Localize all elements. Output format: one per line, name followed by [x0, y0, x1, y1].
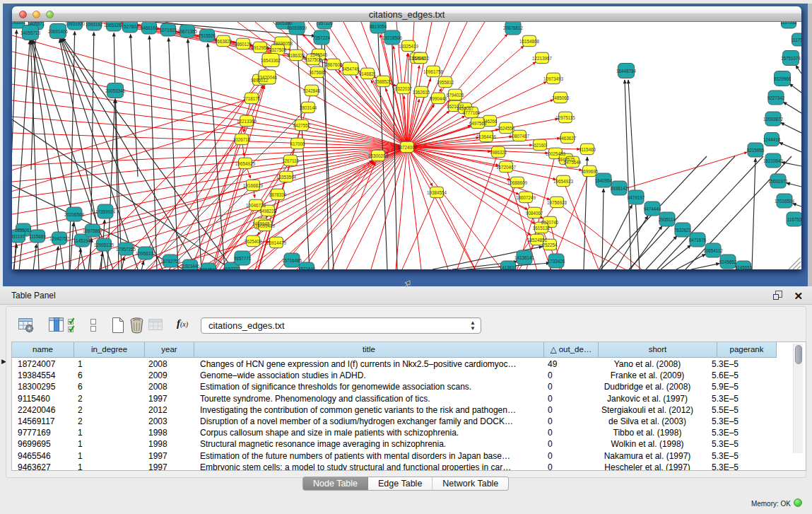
svg-text:16053809: 16053809 — [287, 25, 307, 30]
svg-text:1117536: 1117536 — [791, 37, 801, 42]
svg-text:18607249: 18607249 — [516, 195, 536, 200]
svg-text:18724007: 18724007 — [397, 145, 418, 150]
svg-text:12942757: 12942757 — [49, 236, 70, 241]
svg-text:7357220: 7357220 — [316, 22, 334, 25]
svg-text:252254: 252254 — [542, 243, 558, 247]
svg-text:19654923: 19654923 — [553, 179, 574, 184]
svg-text:9474444: 9474444 — [644, 206, 661, 211]
svg-text:9245652: 9245652 — [719, 259, 737, 264]
svg-text:6475644: 6475644 — [564, 160, 582, 165]
svg-text:18524851: 18524851 — [527, 238, 548, 243]
svg-text:13226058: 13226058 — [273, 41, 293, 46]
svg-text:1571640: 1571640 — [298, 267, 316, 270]
svg-text:7515526: 7515526 — [199, 33, 216, 38]
svg-text:10958107: 10958107 — [136, 251, 156, 256]
svg-text:2193391: 2193391 — [12, 22, 26, 25]
svg-text:1026713: 1026713 — [233, 137, 251, 142]
svg-text:9657771: 9657771 — [234, 256, 252, 261]
svg-text:25300203: 25300203 — [368, 153, 389, 158]
svg-text:8454749: 8454749 — [342, 66, 360, 71]
svg-text:15716485: 15716485 — [282, 258, 302, 263]
svg-text:9699695: 9699695 — [581, 169, 599, 174]
svg-text:16448784: 16448784 — [616, 69, 637, 74]
svg-text:7955812: 7955812 — [437, 80, 454, 85]
svg-text:10654112: 10654112 — [703, 248, 723, 253]
svg-text:1115689: 1115689 — [29, 234, 46, 239]
svg-text:2867608: 2867608 — [325, 62, 343, 67]
svg-text:9115460: 9115460 — [579, 147, 596, 152]
svg-text:8990448: 8990448 — [430, 96, 447, 101]
svg-text:16210643: 16210643 — [763, 158, 784, 163]
svg-text:1244418: 1244418 — [763, 137, 781, 142]
svg-text:1615132: 1615132 — [533, 226, 551, 230]
svg-text:10046738: 10046738 — [246, 203, 266, 208]
svg-text:3624554: 3624554 — [498, 126, 515, 131]
svg-text:10973493: 10973493 — [543, 76, 564, 81]
svg-text:9777169: 9777169 — [463, 110, 481, 115]
svg-text:1145194: 1145194 — [73, 238, 91, 243]
svg-text:9327505: 9327505 — [269, 47, 287, 52]
svg-text:8912954: 8912954 — [252, 45, 269, 50]
svg-text:6479197: 6479197 — [628, 195, 645, 200]
svg-text:10025453: 10025453 — [546, 151, 566, 156]
svg-text:1733426: 1733426 — [548, 259, 565, 264]
svg-text:9227342: 9227342 — [767, 95, 785, 100]
svg-text:8186328: 8186328 — [288, 53, 305, 58]
svg-text:10807487: 10807487 — [510, 134, 530, 139]
svg-text:1362615: 1362615 — [413, 90, 430, 95]
svg-text:21364436: 21364436 — [476, 134, 497, 139]
svg-text:20206568: 20206568 — [64, 212, 85, 217]
svg-text:9245653: 9245653 — [735, 265, 753, 270]
svg-text:23420046: 23420046 — [257, 75, 278, 80]
svg-text:1588520: 1588520 — [375, 79, 392, 84]
svg-text:17016504: 17016504 — [775, 199, 795, 204]
svg-text:19384554: 19384554 — [427, 190, 447, 195]
svg-text:2935114: 2935114 — [659, 217, 676, 222]
svg-text:417006: 417006 — [290, 141, 305, 146]
svg-text:6794028: 6794028 — [447, 93, 464, 98]
svg-text:8427552: 8427552 — [293, 123, 311, 128]
svg-text:1117532: 1117532 — [780, 22, 797, 25]
svg-text:15720407: 15720407 — [496, 165, 517, 170]
svg-text:2803144: 2803144 — [300, 105, 317, 110]
svg-text:15751074: 15751074 — [781, 56, 801, 61]
svg-text:3267110: 3267110 — [282, 158, 300, 163]
svg-text:13353594: 13353594 — [276, 175, 297, 180]
svg-text:17359924: 17359924 — [95, 209, 116, 214]
svg-text:1546546: 1546546 — [310, 52, 328, 57]
svg-text:19756928: 19756928 — [547, 200, 567, 205]
svg-text:20053346: 20053346 — [105, 88, 126, 93]
svg-text:17957255: 17957255 — [116, 247, 136, 252]
svg-text:19218506: 19218506 — [382, 35, 403, 40]
svg-text:9860124: 9860124 — [235, 42, 252, 47]
svg-text:6497568: 6497568 — [469, 121, 487, 126]
svg-text:10688609: 10688609 — [507, 180, 528, 185]
svg-text:3675685: 3675685 — [309, 70, 326, 75]
svg-text:1855061: 1855061 — [15, 228, 33, 233]
svg-text:1405571: 1405571 — [28, 22, 45, 26]
svg-text:12213369: 12213369 — [237, 119, 257, 124]
svg-text:10961758: 10961758 — [423, 69, 444, 74]
svg-text:7632621: 7632621 — [674, 228, 692, 233]
svg-text:13325419: 13325419 — [399, 44, 419, 49]
svg-text:6466160: 6466160 — [141, 25, 158, 30]
svg-text:7485063: 7485063 — [552, 95, 570, 100]
svg-text:1498222: 1498222 — [259, 209, 277, 214]
svg-text:1093192: 1093192 — [86, 22, 103, 27]
svg-text:16782759: 16782759 — [160, 259, 181, 264]
svg-text:7663822: 7663822 — [215, 39, 233, 44]
svg-text:1071915: 1071915 — [160, 28, 177, 33]
svg-text:8878334: 8878334 — [269, 192, 287, 197]
svg-text:1413610: 1413610 — [500, 265, 517, 270]
svg-text:9463627: 9463627 — [559, 136, 577, 141]
svg-text:9084067: 9084067 — [526, 211, 543, 216]
svg-text:9329966: 9329966 — [774, 76, 792, 81]
svg-text:8813054: 8813054 — [370, 24, 387, 29]
svg-text:10671355: 10671355 — [177, 29, 198, 34]
svg-text:12213967: 12213967 — [532, 56, 553, 61]
svg-text:7357224: 7357224 — [313, 35, 331, 40]
svg-text:391197: 391197 — [12, 234, 25, 239]
svg-text:12905135: 12905135 — [94, 243, 114, 247]
svg-text:1527602: 1527602 — [122, 24, 139, 29]
svg-text:16914479: 16914479 — [266, 240, 287, 245]
